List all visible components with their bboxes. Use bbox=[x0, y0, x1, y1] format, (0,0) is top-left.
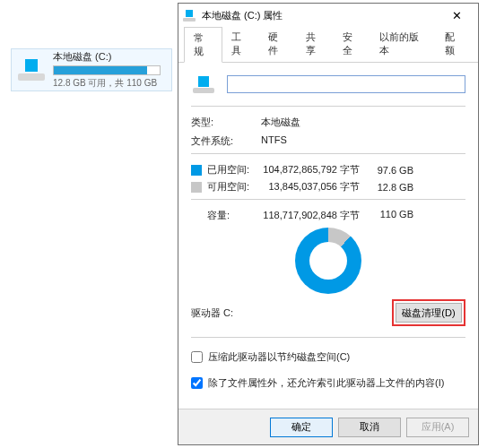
type-label: 类型: bbox=[191, 116, 261, 129]
titlebar[interactable]: 本地磁盘 (C:) 属性 ✕ bbox=[178, 4, 478, 27]
tab-0[interactable]: 常规 bbox=[184, 27, 222, 63]
tab-5[interactable]: 以前的版本 bbox=[370, 27, 436, 62]
explorer-drive-item[interactable]: 本地磁盘 (C:) 12.8 GB 可用，共 110 GB bbox=[11, 48, 172, 91]
used-space-bytes: 104,872,865,792 字节 bbox=[261, 163, 369, 177]
capacity-bytes: 118,717,902,848 字节 bbox=[261, 209, 369, 222]
tabs: 常规工具硬件共享安全以前的版本配额 bbox=[178, 27, 478, 63]
disk-cleanup-highlight: 磁盘清理(D) bbox=[392, 299, 465, 326]
free-space-label: 可用空间: bbox=[207, 180, 261, 194]
usage-pie-chart bbox=[295, 228, 361, 294]
used-space-human: 97.6 GB bbox=[369, 165, 413, 176]
drive-icon bbox=[182, 8, 196, 22]
capacity-human: 110 GB bbox=[369, 209, 413, 222]
tab-3[interactable]: 共享 bbox=[297, 27, 334, 62]
close-button[interactable]: ✕ bbox=[439, 4, 474, 27]
ok-button[interactable]: 确定 bbox=[270, 418, 333, 437]
index-checkbox-row[interactable]: 除了文件属性外，还允许索引此驱动器上文件的内容(I) bbox=[191, 376, 465, 390]
compress-checkbox[interactable] bbox=[191, 351, 203, 363]
free-space-swatch bbox=[191, 182, 202, 193]
drive-subtitle: 12.8 GB 可用，共 110 GB bbox=[53, 77, 168, 90]
tab-1[interactable]: 工具 bbox=[222, 27, 259, 62]
free-space-human: 12.8 GB bbox=[369, 182, 413, 193]
filesystem-value: NTFS bbox=[261, 134, 287, 148]
properties-dialog: 本地磁盘 (C:) 属性 ✕ 常规工具硬件共享安全以前的版本配额 类型: 本地磁… bbox=[178, 3, 479, 445]
tab-4[interactable]: 安全 bbox=[334, 27, 370, 62]
dialog-title: 本地磁盘 (C:) 属性 bbox=[202, 9, 439, 22]
drive-icon bbox=[191, 72, 216, 97]
disk-cleanup-button[interactable]: 磁盘清理(D) bbox=[396, 303, 462, 323]
drive-letter-label: 驱动器 C: bbox=[191, 306, 233, 320]
compress-checkbox-row[interactable]: 压缩此驱动器以节约磁盘空间(C) bbox=[191, 350, 465, 364]
apply-button[interactable]: 应用(A) bbox=[406, 418, 469, 437]
free-space-bytes: 13,845,037,056 字节 bbox=[261, 180, 369, 194]
drive-icon bbox=[15, 54, 48, 86]
drive-title: 本地磁盘 (C:) bbox=[53, 50, 168, 64]
used-space-label: 已用空间: bbox=[207, 163, 261, 177]
compress-label: 压缩此驱动器以节约磁盘空间(C) bbox=[208, 350, 350, 364]
tab-2[interactable]: 硬件 bbox=[259, 27, 296, 62]
filesystem-label: 文件系统: bbox=[191, 134, 261, 148]
capacity-label: 容量: bbox=[207, 209, 261, 222]
index-label: 除了文件属性外，还允许索引此驱动器上文件的内容(I) bbox=[208, 376, 444, 390]
dialog-footer: 确定 取消 应用(A) bbox=[178, 409, 478, 444]
used-space-swatch bbox=[191, 165, 202, 176]
cancel-button[interactable]: 取消 bbox=[338, 418, 401, 437]
tab-6[interactable]: 配额 bbox=[436, 27, 473, 62]
tab-panel-general: 类型: 本地磁盘 文件系统: NTFS 已用空间: 104,872,865,79… bbox=[178, 63, 478, 409]
drive-name-input[interactable] bbox=[227, 75, 465, 93]
index-checkbox[interactable] bbox=[191, 377, 203, 389]
type-value: 本地磁盘 bbox=[261, 116, 300, 129]
drive-usage-bar bbox=[53, 65, 161, 75]
